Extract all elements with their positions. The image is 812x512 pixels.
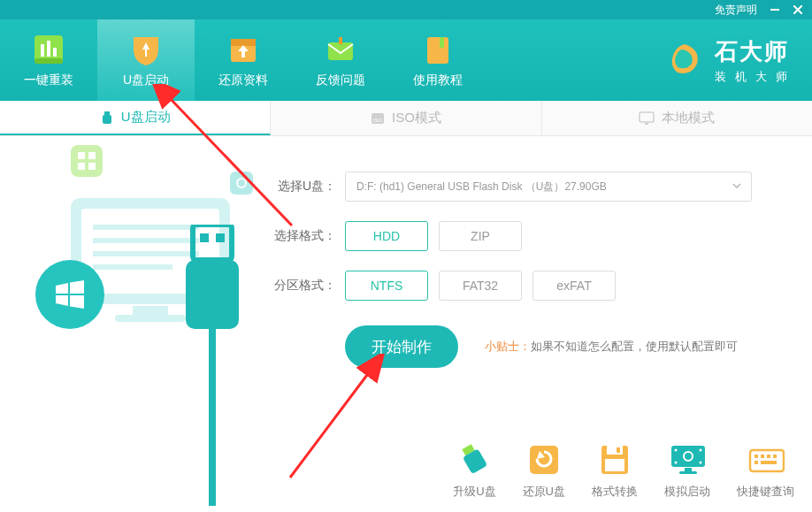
iso-icon: ISO (371, 111, 385, 126)
close-button[interactable] (793, 4, 803, 15)
svg-rect-49 (685, 468, 692, 471)
svg-rect-50 (679, 471, 697, 474)
tool-simulate-boot[interactable]: 模拟启动 (664, 443, 710, 500)
svg-rect-37 (216, 233, 225, 242)
tip-body: 如果不知道怎么配置，使用默认配置即可 (531, 340, 738, 353)
svg-rect-23 (78, 163, 85, 170)
svg-rect-33 (133, 306, 168, 315)
tool-label: 快捷键查询 (737, 484, 794, 500)
svg-rect-14 (104, 111, 110, 115)
monitor-play-icon (669, 443, 706, 477)
usb-tilt-icon (456, 443, 493, 477)
disclaimer-link[interactable]: 免责声明 (715, 3, 757, 18)
nav-restore-data[interactable]: 还原资料 (195, 19, 292, 101)
subtab-label: U盘启动 (121, 109, 171, 126)
svg-text:ISO: ISO (373, 118, 383, 123)
tip-label: 小贴士： (485, 340, 531, 353)
sub-tabs: U盘启动 ISO ISO模式 本地模式 (0, 101, 812, 136)
floppy-icon (596, 443, 633, 477)
subtab-label: ISO模式 (392, 110, 441, 126)
shield-usb-icon (128, 32, 164, 67)
fs-option-fat32[interactable]: FAT32 (439, 271, 522, 301)
subtab-iso-mode[interactable]: ISO ISO模式 (271, 101, 541, 135)
brand-subtitle: 装机大师 (715, 69, 796, 85)
svg-rect-56 (755, 455, 758, 458)
brand-logo-icon (665, 41, 704, 80)
tool-label: 还原U盘 (523, 484, 565, 500)
svg-rect-7 (34, 58, 63, 64)
upload-box-icon (226, 32, 261, 67)
svg-rect-24 (88, 163, 96, 170)
usb-select[interactable]: D:F: (hd1) General USB Flash Disk （U盘）27… (345, 172, 752, 202)
svg-rect-5 (47, 41, 50, 57)
tool-upgrade-usb[interactable]: 升级U盘 (453, 443, 495, 500)
svg-rect-32 (93, 264, 172, 270)
minimize-icon (770, 5, 779, 14)
svg-rect-15 (103, 115, 111, 124)
format-type-label: 选择格式： (274, 228, 336, 244)
svg-point-53 (675, 462, 678, 464)
svg-rect-36 (200, 233, 209, 242)
svg-rect-12 (427, 37, 448, 64)
svg-rect-34 (115, 315, 186, 322)
tool-restore-usb[interactable]: 还原U盘 (523, 443, 565, 500)
svg-rect-11 (339, 37, 342, 44)
svg-rect-42 (530, 446, 558, 474)
tool-format-convert[interactable]: 格式转换 (592, 443, 638, 500)
svg-rect-19 (645, 123, 648, 125)
svg-point-51 (675, 449, 678, 452)
minimize-button[interactable] (770, 4, 780, 15)
subtab-local-mode[interactable]: 本地模式 (542, 101, 812, 135)
svg-rect-45 (617, 447, 620, 453)
filesystem-label: 分区格式： (274, 278, 336, 294)
tool-label: 格式转换 (592, 484, 638, 500)
svg-rect-22 (88, 152, 96, 159)
brand-title: 石大师 (715, 36, 789, 67)
nav-feedback[interactable]: 反馈问题 (292, 19, 389, 101)
bar-chart-icon (31, 32, 66, 67)
svg-rect-6 (53, 48, 57, 57)
fs-option-exfat[interactable]: exFAT (532, 271, 616, 301)
windows-badge-icon (71, 145, 103, 177)
format-option-zip[interactable]: ZIP (439, 221, 522, 251)
svg-rect-59 (773, 455, 777, 458)
nav-usb-boot[interactable]: U盘启动 (97, 19, 195, 101)
svg-rect-21 (78, 152, 85, 159)
illustration-panel (0, 136, 265, 512)
svg-rect-4 (41, 44, 44, 57)
subtab-usb-boot[interactable]: U盘启动 (0, 101, 271, 135)
svg-rect-18 (640, 112, 654, 122)
tool-label: 升级U盘 (453, 484, 495, 500)
usb-icon (100, 111, 114, 125)
fs-option-ntfs[interactable]: NTFS (345, 271, 428, 301)
svg-point-52 (700, 449, 702, 452)
svg-rect-46 (605, 459, 624, 471)
nav-label: U盘启动 (123, 73, 169, 88)
main-nav: 一键重装 U盘启动 还原资料 反馈问题 使用教程 石大师 装机大师 (0, 19, 812, 101)
windows-circle-icon (35, 260, 104, 329)
refresh-box-icon (525, 443, 563, 477)
nav-tutorial[interactable]: 使用教程 (389, 19, 486, 101)
close-icon (793, 5, 802, 14)
subtab-label: 本地模式 (662, 110, 715, 126)
format-option-hdd[interactable]: HDD (345, 221, 428, 251)
start-create-button[interactable]: 开始制作 (345, 325, 458, 368)
select-usb-label: 选择U盘： (274, 179, 336, 195)
keyboard-icon (747, 443, 785, 477)
brand: 石大师 装机大师 (665, 19, 812, 101)
svg-rect-9 (231, 39, 256, 46)
nav-one-click-reinstall[interactable]: 一键重装 (0, 19, 97, 101)
nav-label: 一键重装 (24, 73, 73, 88)
usb-select-value: D:F: (hd1) General USB Flash Disk （U盘）27… (356, 180, 607, 195)
svg-rect-10 (328, 42, 353, 60)
monitor-icon (639, 111, 655, 126)
nav-label: 使用教程 (413, 73, 463, 88)
book-icon (420, 32, 456, 67)
nav-label: 反馈问题 (316, 73, 365, 88)
svg-rect-57 (761, 455, 764, 458)
tool-shortcut-query[interactable]: 快捷键查询 (737, 443, 794, 500)
svg-rect-60 (755, 461, 758, 464)
svg-rect-47 (671, 446, 705, 467)
svg-rect-38 (186, 260, 239, 329)
svg-rect-13 (440, 37, 444, 48)
